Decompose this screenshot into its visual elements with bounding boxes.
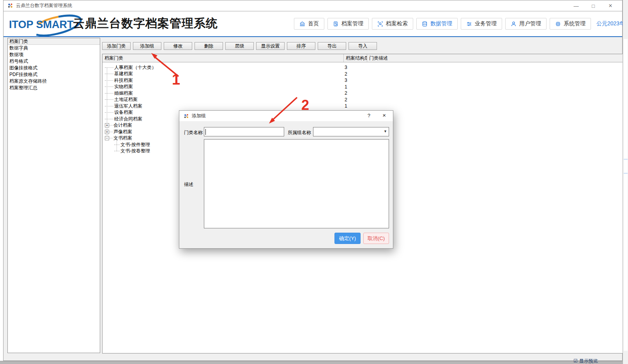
column-header-structure-level[interactable]: 档案结构层级 [344, 54, 367, 62]
add-group-dialog: 添加组 ? × 门类名称 所属组名称 ▼ 描述 确定(Y) 取消(C) [179, 110, 393, 249]
tree-connector [105, 106, 113, 106]
tree-row-label: 人事档案（十大类） [113, 64, 156, 71]
logo-text: ITOP SMART [9, 19, 74, 31]
user-icon [511, 21, 517, 27]
expand-toggle-icon[interactable]: + [105, 130, 109, 134]
tree-row-level: 2 [345, 97, 364, 102]
maximize-button[interactable]: □ [585, 3, 602, 9]
tree-row-label: 声像档案 [113, 129, 132, 135]
toolbar-button[interactable]: 删除 [195, 42, 223, 50]
tree-row[interactable]: 人事档案（十大类） 3 [103, 64, 623, 71]
toolbar-button[interactable]: 添加门类 [102, 42, 131, 50]
nav-label: 档案检索 [386, 20, 408, 27]
tree-row[interactable]: 土地证档案 2 [103, 97, 623, 103]
tree-row-label: 文书-按卷整理 [120, 148, 150, 154]
description-label: 描述 [184, 181, 193, 188]
bank-icon [299, 21, 305, 27]
tree-row[interactable]: 基建档案 2 [103, 71, 623, 78]
help-button[interactable]: ? [368, 113, 370, 118]
cancel-button[interactable]: 取消(C) [363, 233, 389, 244]
tree-connector [105, 87, 113, 87]
scan-search-icon [377, 21, 383, 27]
tree-row-level: 3 [345, 78, 364, 83]
chevron-down-icon[interactable]: ▼ [384, 129, 387, 133]
dialog-title: 添加组 [192, 113, 206, 119]
tree-row-label: 婚姻档案 [113, 90, 133, 97]
background-window-bottom [0, 361, 628, 364]
preview-checkbox[interactable]: ☑显示预览 [573, 358, 598, 364]
column-header-description[interactable]: 门类描述 [367, 54, 623, 62]
toolbar-button[interactable]: 排序 [287, 42, 315, 50]
sidebar-item[interactable]: 数据字典 [8, 45, 100, 51]
toolbar-button[interactable]: 修改 [164, 42, 192, 50]
tree-row-label: 退伍军人档案 [113, 103, 142, 110]
screen: 云鼎兰台数字档案管理系统 — □ × ITOP SMART 云鼎兰台数字档案管理… [0, 0, 628, 364]
logo: ITOP SMART [9, 16, 74, 34]
close-button[interactable]: × [602, 2, 619, 9]
tree-row-label: 土地证档案 [113, 96, 138, 103]
page-title: 云鼎兰台数字档案管理系统 [73, 16, 218, 32]
sidebar-item[interactable]: PDF挂接格式 [8, 71, 100, 78]
sidebar-item[interactable]: 档案原文存储路径 [8, 78, 100, 85]
tree-row-label: 文书档案 [113, 135, 132, 141]
app-header: ITOP SMART 云鼎兰台数字档案管理系统 首页 档案管理 档案检索 [4, 12, 622, 36]
tree-row[interactable]: 婚姻档案 2 [103, 90, 623, 97]
tree-row[interactable]: 实物档案 1 [103, 84, 623, 90]
sidebar-item-label: 档号格式 [9, 58, 28, 64]
toolbar-button[interactable]: 添加组 [133, 42, 161, 50]
group-name-label: 所属组名称 [288, 129, 311, 136]
database-icon [422, 21, 428, 27]
tree-row-level: 2 [345, 90, 364, 96]
background-window-edge [623, 0, 628, 364]
category-name-input[interactable] [204, 127, 284, 136]
column-header-category[interactable]: 档案门类 [103, 54, 344, 62]
nav-archive-search[interactable]: 档案检索 [372, 18, 413, 30]
sidebar-item[interactable]: 档号格式 [8, 58, 100, 65]
ok-button[interactable]: 确定(Y) [334, 233, 361, 244]
window-controls: — □ × [568, 0, 619, 11]
main-nav: 首页 档案管理 档案检索 数据管理 业务管理 [294, 18, 628, 30]
minimize-button[interactable]: — [568, 3, 585, 9]
sidebar-item[interactable]: 档案门类 [8, 38, 100, 45]
table-header: 档案门类 档案结构层级 门类描述 [103, 54, 623, 62]
tree-row[interactable]: 科技档案 3 [103, 77, 623, 84]
nav-label: 数据管理 [430, 20, 452, 27]
text-cursor [205, 129, 206, 135]
group-name-select[interactable]: ▼ [313, 127, 389, 136]
nav-archive-management[interactable]: 档案管理 [327, 18, 369, 30]
expand-toggle-icon[interactable]: + [105, 123, 109, 127]
toolbar-button[interactable]: 显示设置 [256, 42, 285, 50]
nav-business-management[interactable]: 业务管理 [461, 18, 502, 30]
sidebar-item[interactable]: 档案整理汇总 [8, 85, 100, 91]
window-titlebar: 云鼎兰台数字档案管理系统 — □ × [4, 0, 622, 11]
sidebar-item[interactable]: 数据项 [8, 51, 100, 58]
sidebar-item[interactable]: 图像挂接格式 [8, 65, 100, 71]
app-icon [184, 113, 189, 119]
nav-label: 首页 [308, 20, 319, 27]
sidebar-item-label: 图像挂接格式 [9, 65, 37, 71]
document-icon [333, 21, 339, 27]
toolbar-button[interactable]: 导入 [348, 42, 377, 50]
tree-connector [105, 93, 113, 94]
tree-row-level: 3 [345, 65, 364, 70]
header-divider [4, 36, 622, 37]
sidebar-item-label: 数据项 [9, 52, 23, 57]
tree-connector [105, 74, 113, 74]
nav-home[interactable]: 首页 [294, 18, 324, 30]
toolbar-button[interactable]: 导出 [318, 42, 346, 50]
expand-toggle-icon[interactable]: − [105, 136, 109, 140]
nav-user-management[interactable]: 用户管理 [505, 18, 547, 30]
window-title: 云鼎兰台数字档案管理系统 [16, 2, 72, 9]
tree-row-level: 1 [345, 103, 364, 109]
description-textarea[interactable] [204, 139, 389, 228]
tree-connector [105, 67, 113, 68]
tree-connector [105, 119, 113, 119]
sidebar-item-label: 档案原文存储路径 [9, 78, 47, 84]
dialog-close-button[interactable]: × [382, 112, 386, 118]
tree-row-label: 科技档案 [113, 77, 133, 84]
sidebar: 档案门类 数据字典 数据项 档号格式 图像挂接格式 [7, 38, 100, 353]
tree-row[interactable]: 退伍军人档案 1 [103, 103, 623, 110]
nav-system-management[interactable]: 系统管理 [550, 18, 591, 30]
toolbar-button[interactable]: 层级 [225, 42, 254, 50]
nav-data-management[interactable]: 数据管理 [416, 18, 458, 30]
